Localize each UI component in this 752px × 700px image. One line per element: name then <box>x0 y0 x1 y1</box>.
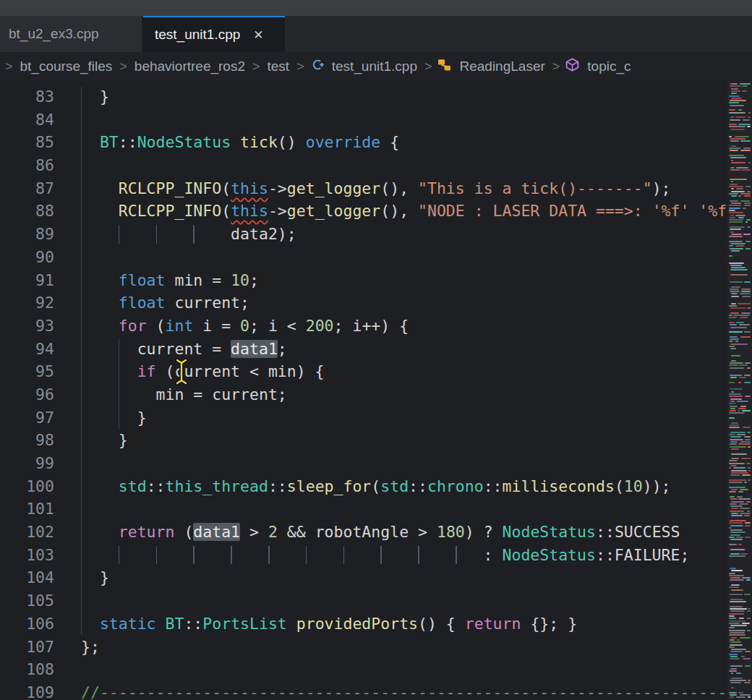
code-token: if <box>137 362 156 380</box>
code-line[interactable]: 102 return (data1 > 2 && robotAngle > 18… <box>0 521 727 544</box>
code-token: (), <box>380 202 418 220</box>
line-number[interactable]: 89 <box>0 223 54 246</box>
line-number[interactable]: 90 <box>0 246 54 269</box>
tab-bt_u2_ex3[interactable]: bt_u2_ex3.cpp <box>0 16 143 52</box>
minimap-line <box>731 673 733 674</box>
line-number[interactable]: 98 <box>0 429 54 452</box>
minimap[interactable] <box>727 81 752 700</box>
code-line[interactable]: 84 <box>0 108 727 132</box>
code-line[interactable]: 86 <box>0 154 727 177</box>
code-line[interactable]: 98 } <box>0 429 727 452</box>
minimap-line <box>742 410 751 411</box>
breadcrumb-item-method[interactable]: topic_c <box>587 59 631 74</box>
line-number[interactable]: 103 <box>0 544 54 567</box>
minimap-line <box>729 634 745 636</box>
code-line[interactable]: 89 data2); <box>0 223 727 246</box>
minimap-line <box>740 317 748 318</box>
minimap-line <box>729 262 744 264</box>
line-number[interactable]: 99 <box>0 452 54 475</box>
code-token: }; <box>81 638 100 656</box>
line-number[interactable]: 86 <box>0 154 54 177</box>
code-line[interactable]: 83 } <box>0 85 727 108</box>
minimap-line <box>730 549 745 550</box>
line-number[interactable]: 96 <box>0 383 54 406</box>
minimap-line <box>747 511 750 512</box>
code-line[interactable]: 107}; <box>0 636 727 659</box>
tab-test_unit1[interactable]: test_unit1.cpp ✕ <box>143 16 285 52</box>
minimap-line <box>729 575 744 576</box>
line-number[interactable]: 83 <box>0 85 54 108</box>
minimap-line <box>743 148 751 149</box>
line-number[interactable]: 94 <box>0 338 54 361</box>
titlebar <box>0 0 752 16</box>
code-line[interactable]: 96 min = current; <box>0 383 727 406</box>
minimap-line <box>730 498 738 500</box>
minimap-line <box>731 508 738 509</box>
code-line[interactable]: 106 static BT::PortsList providedPorts()… <box>0 612 727 636</box>
line-number[interactable]: 105 <box>0 589 54 612</box>
code-line[interactable]: 87 RCLCPP_INFO(this->get_logger(), "This… <box>0 177 727 200</box>
code-token: :: <box>268 477 287 495</box>
line-number[interactable]: 93 <box>0 315 54 338</box>
code-line[interactable]: 101 <box>0 498 727 521</box>
indent-guide <box>156 225 158 244</box>
code-line[interactable]: 99 <box>0 452 727 475</box>
minimap-line <box>731 202 741 204</box>
code-text: for (int i = 0; i < 200; i++) { <box>81 315 409 338</box>
breadcrumb-item-file[interactable]: test_unit1.cpp <box>332 59 417 74</box>
line-number[interactable]: 102 <box>0 521 54 544</box>
minimap-line <box>744 382 751 383</box>
close-icon[interactable]: ✕ <box>253 27 263 43</box>
code-line[interactable]: 104 } <box>0 566 727 589</box>
minimap-line <box>729 305 737 307</box>
minimap-line <box>729 403 736 404</box>
breadcrumb-item-folder[interactable]: test <box>268 59 290 74</box>
line-number[interactable]: 92 <box>0 291 54 315</box>
line-number[interactable]: 104 <box>0 566 54 589</box>
line-number[interactable]: 107 <box>0 636 54 659</box>
code-text: if (current < min) { <box>81 360 325 383</box>
line-number[interactable]: 101 <box>0 498 54 521</box>
code-line[interactable]: 92 float current; <box>0 291 727 315</box>
code-line[interactable]: 90 <box>0 246 727 269</box>
line-number[interactable]: 95 <box>0 360 54 383</box>
code-line[interactable]: 93 for (int i = 0; i < 200; i++) { <box>0 315 727 338</box>
line-number[interactable]: 84 <box>0 108 54 132</box>
minimap-line <box>729 460 738 461</box>
line-number[interactable]: 97 <box>0 406 54 430</box>
line-number[interactable]: 109 <box>0 681 54 700</box>
code-token: current; <box>166 294 250 312</box>
breadcrumb-item-class[interactable]: ReadingLaser <box>459 59 544 74</box>
code-line[interactable]: 91 float min = 10; <box>0 269 727 292</box>
minimap-line <box>730 307 746 309</box>
code-line[interactable]: 108 <box>0 658 727 681</box>
code-line[interactable]: 97 } <box>0 406 727 430</box>
minimap-line <box>730 269 748 270</box>
minimap-line <box>730 324 737 325</box>
breadcrumb-item-folder[interactable]: bt_course_files <box>20 59 113 74</box>
line-number[interactable]: 85 <box>0 131 54 154</box>
code-line[interactable]: 105 <box>0 589 727 612</box>
line-number[interactable]: 87 <box>0 177 54 200</box>
code-line[interactable]: 109//-----------------------------------… <box>0 681 727 700</box>
line-number[interactable]: 100 <box>0 475 54 498</box>
minimap-line <box>730 520 746 521</box>
vscode-window: bt_u2_ex3.cpp test_unit1.cpp ✕ > bt_cour… <box>0 0 752 700</box>
code-editor[interactable]: 83 }8485 BT::NodeStatus tick() override … <box>0 81 752 700</box>
minimap-line <box>745 362 751 364</box>
line-number[interactable]: 91 <box>0 269 54 292</box>
breadcrumb-item-folder[interactable]: behaviortree_ros2 <box>134 59 245 74</box>
code-line[interactable]: 103 : NodeStatus::FAILURE; <box>0 544 727 567</box>
code-token: "This is a tick()-------" <box>418 179 652 197</box>
code-line[interactable]: 85 BT::NodeStatus tick() override { <box>0 131 727 154</box>
code-line[interactable]: 95 if (current < min) { <box>0 360 727 383</box>
code-token <box>81 294 119 312</box>
line-number[interactable]: 106 <box>0 612 54 636</box>
code-line[interactable]: 100 std::this_thread::sleep_for(std::chr… <box>0 475 727 498</box>
line-number[interactable]: 88 <box>0 200 54 223</box>
code-token <box>81 202 119 220</box>
line-number[interactable]: 108 <box>0 658 54 681</box>
code-line[interactable]: 88 RCLCPP_INFO(this->get_logger(), "NODE… <box>0 200 727 223</box>
code-line[interactable]: 94 current = data1; <box>0 338 727 361</box>
minimap-line <box>730 525 743 526</box>
